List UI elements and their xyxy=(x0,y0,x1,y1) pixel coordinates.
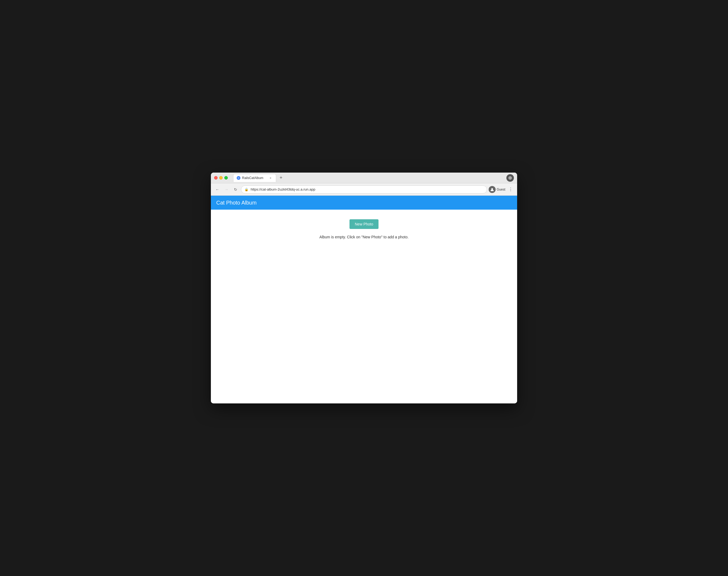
tab-favicon-letter: R xyxy=(238,177,239,179)
reload-icon: ↻ xyxy=(234,188,237,192)
browser-controls-right xyxy=(506,174,514,182)
empty-album-message: Album is empty. Click on "New Photo" to … xyxy=(319,235,409,239)
profile-icon xyxy=(489,186,496,193)
minimize-button[interactable] xyxy=(219,176,223,179)
profile-area[interactable]: Guest xyxy=(489,186,505,193)
tab-favicon: R xyxy=(237,176,240,180)
back-button[interactable]: ← xyxy=(214,186,221,193)
app-container: Cat Photo Album New Photo Album is empty… xyxy=(211,196,517,403)
app-header: Cat Photo Album xyxy=(211,196,517,210)
forward-icon: → xyxy=(224,188,228,192)
browser-tab[interactable]: R RailsCatAlbum × xyxy=(233,174,276,182)
forward-button[interactable]: → xyxy=(223,186,230,193)
app-title: Cat Photo Album xyxy=(216,200,257,206)
title-bar: R RailsCatAlbum × + xyxy=(211,173,517,183)
new-tab-button[interactable]: + xyxy=(277,174,285,182)
close-button[interactable] xyxy=(214,176,218,179)
profile-label: Guest xyxy=(497,188,505,191)
address-text: https://cat-album-2uzkt43tdq-uc.a.run.ap… xyxy=(251,188,484,191)
nav-bar: ← → ↻ 🔒 https://cat-album-2uzkt43tdq-uc.… xyxy=(211,183,517,196)
lock-icon: 🔒 xyxy=(244,188,248,191)
traffic-lights xyxy=(214,176,228,179)
more-options-button[interactable]: ⋮ xyxy=(507,186,514,193)
tab-title: RailsCatAlbum xyxy=(242,176,267,180)
address-bar[interactable]: 🔒 https://cat-album-2uzkt43tdq-uc.a.run.… xyxy=(241,185,487,194)
tab-bar: R RailsCatAlbum × + xyxy=(233,174,504,182)
app-body: New Photo Album is empty. Click on "New … xyxy=(211,210,517,403)
browser-circle-button[interactable] xyxy=(506,174,514,182)
maximize-button[interactable] xyxy=(224,176,228,179)
tab-close-button[interactable]: × xyxy=(268,176,273,180)
browser-window: R RailsCatAlbum × + ← → ↻ xyxy=(211,173,517,403)
back-icon: ← xyxy=(215,188,219,192)
reload-button[interactable]: ↻ xyxy=(232,186,239,193)
new-photo-button[interactable]: New Photo xyxy=(350,219,378,229)
